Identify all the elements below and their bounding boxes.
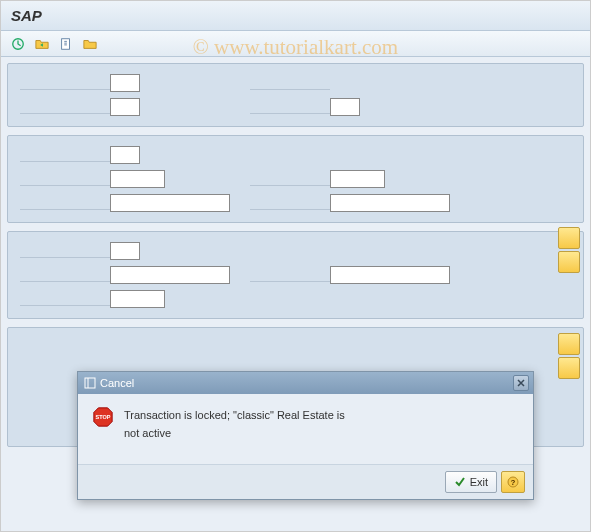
field-label [20, 148, 110, 162]
multiple-selection-button[interactable] [558, 357, 580, 379]
field-label [20, 172, 110, 186]
get-variant-button[interactable] [31, 34, 53, 54]
input-field[interactable] [110, 242, 140, 260]
input-field[interactable] [330, 194, 450, 212]
field-label [20, 268, 110, 282]
input-field[interactable] [110, 266, 230, 284]
input-field[interactable] [110, 170, 165, 188]
dialog-close-button[interactable] [513, 375, 529, 391]
field-label [250, 76, 330, 90]
app-title: SAP [11, 7, 42, 24]
dialog-body: STOP Transaction is locked; "classic" Re… [78, 394, 533, 464]
field-label [250, 172, 330, 186]
field-label [20, 76, 110, 90]
input-field[interactable] [110, 146, 140, 164]
document-new-icon [59, 37, 73, 51]
question-icon: ? [507, 476, 519, 488]
execute-button[interactable] [7, 34, 29, 54]
field-label [20, 244, 110, 258]
field-label [20, 196, 110, 210]
selection-panel-3 [7, 231, 584, 319]
selection-panel-2 [7, 135, 584, 223]
app-toolbar [1, 31, 590, 57]
input-field[interactable] [110, 194, 230, 212]
multiple-selection-button[interactable] [558, 227, 580, 249]
svg-text:STOP: STOP [96, 414, 111, 420]
svg-rect-2 [85, 378, 95, 388]
help-button[interactable]: ? [501, 471, 525, 493]
open-button[interactable] [79, 34, 101, 54]
input-field[interactable] [110, 74, 140, 92]
input-field[interactable] [330, 98, 360, 116]
check-icon [454, 476, 466, 488]
svg-rect-1 [62, 38, 70, 49]
input-field[interactable] [330, 266, 450, 284]
multiple-selection-button[interactable] [558, 333, 580, 355]
dialog-icon [84, 377, 96, 389]
svg-text:?: ? [511, 478, 516, 487]
field-label [20, 292, 110, 306]
dialog-message: Transaction is locked; "classic" Real Es… [124, 406, 345, 442]
folder-open-icon [83, 37, 97, 51]
field-label [250, 196, 330, 210]
selection-panel-1 [7, 63, 584, 127]
field-label [20, 100, 110, 114]
dialog-title: Cancel [100, 377, 134, 389]
exit-button[interactable]: Exit [445, 471, 497, 493]
new-button[interactable] [55, 34, 77, 54]
stop-icon: STOP [92, 406, 114, 428]
dialog-footer: Exit ? [78, 464, 533, 499]
input-field[interactable] [330, 170, 385, 188]
close-icon [517, 379, 525, 387]
field-label [250, 268, 330, 282]
dialog-titlebar: Cancel [78, 372, 533, 394]
dialog-message-line2: not active [124, 424, 345, 442]
input-field[interactable] [110, 98, 140, 116]
titlebar: SAP [1, 1, 590, 31]
exit-button-label: Exit [470, 476, 488, 488]
multiple-selection-button[interactable] [558, 251, 580, 273]
field-label [250, 100, 330, 114]
folder-arrow-icon [35, 37, 49, 51]
input-field[interactable] [110, 290, 165, 308]
cancel-dialog: Cancel STOP Transaction is locked; "clas… [77, 371, 534, 500]
dialog-message-line1: Transaction is locked; "classic" Real Es… [124, 406, 345, 424]
clock-check-icon [11, 37, 25, 51]
